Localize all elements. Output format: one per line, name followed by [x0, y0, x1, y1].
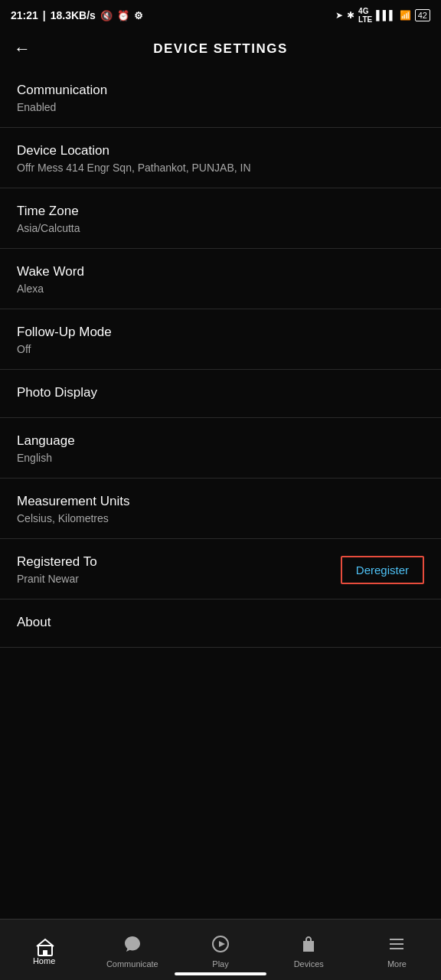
setting-item-time-zone[interactable]: Time Zone Asia/Calcutta	[0, 188, 441, 249]
setting-item-follow-up-mode[interactable]: Follow-Up Mode Off	[0, 309, 441, 370]
lte-icon: 4GLTE	[358, 7, 372, 24]
nav-label-play: Play	[212, 959, 228, 969]
setting-value-device-location: Offr Mess 414 Engr Sqn, Pathankot, PUNJA…	[17, 162, 424, 174]
nav-item-play[interactable]: Play	[176, 920, 264, 980]
status-bar: 21:21 | 18.3KB/s 🔇 ⏰ ⚙ ➤ ✱ 4GLTE ▌▌▌ 📶 4…	[0, 0, 441, 31]
nav-item-home[interactable]: Home	[0, 920, 88, 980]
status-left: 21:21 | 18.3KB/s 🔇 ⏰ ⚙	[11, 9, 143, 21]
setting-title-about: About	[17, 615, 424, 630]
nav-item-more[interactable]: More	[353, 920, 441, 980]
alarm-icon: ⏰	[117, 10, 129, 21]
setting-item-communication[interactable]: Communication Enabled	[0, 67, 441, 128]
setting-title-registered-to: Registered To	[17, 554, 97, 570]
setting-title-device-location: Device Location	[17, 143, 424, 158]
location-icon: ➤	[335, 10, 343, 21]
communicate-icon	[123, 935, 142, 956]
setting-item-photo-display[interactable]: Photo Display	[0, 370, 441, 418]
setting-title-time-zone: Time Zone	[17, 204, 424, 219]
setting-item-registered-to[interactable]: Registered To Pranit Newar Deregister	[0, 539, 441, 599]
nav-item-devices[interactable]: Devices	[265, 920, 353, 980]
deregister-button[interactable]: Deregister	[341, 556, 424, 584]
setting-title-wake-word: Wake Word	[17, 264, 424, 279]
separator: |	[43, 9, 46, 21]
setting-value-communication: Enabled	[17, 101, 424, 113]
setting-item-device-location[interactable]: Device Location Offr Mess 414 Engr Sqn, …	[0, 128, 441, 188]
back-button[interactable]: ←	[14, 39, 31, 59]
setting-title-measurement-units: Measurement Units	[17, 494, 424, 509]
play-icon	[211, 935, 230, 956]
setting-value-time-zone: Asia/Calcutta	[17, 222, 424, 234]
settings-list: Communication Enabled Device Location Of…	[0, 67, 441, 919]
nav-label-home: Home	[33, 956, 55, 965]
setting-value-registered-to: Pranit Newar	[17, 573, 97, 585]
bottom-nav: Home Communicate Play Devices	[0, 919, 441, 980]
page-title: DEVICE SETTINGS	[153, 41, 288, 57]
time: 21:21	[11, 9, 38, 21]
setting-title-language: Language	[17, 433, 424, 449]
setting-item-wake-word[interactable]: Wake Word Alexa	[0, 249, 441, 309]
signal-icon: ▌▌▌	[376, 10, 396, 21]
battery-icon: 42	[415, 9, 430, 21]
setting-value-follow-up-mode: Off	[17, 343, 424, 355]
setting-title-communication: Communication	[17, 83, 424, 98]
setting-value-language: English	[17, 452, 424, 464]
setting-title-follow-up-mode: Follow-Up Mode	[17, 325, 424, 340]
home-indicator	[175, 972, 266, 975]
network-speed: 18.3KB/s	[51, 9, 96, 21]
nav-label-communicate: Communicate	[106, 959, 158, 969]
setting-title-photo-display: Photo Display	[17, 385, 424, 400]
status-right: ➤ ✱ 4GLTE ▌▌▌ 📶 42	[335, 7, 430, 24]
more-icon	[387, 935, 406, 956]
mute-icon: 🔇	[100, 10, 113, 21]
nav-label-more: More	[387, 959, 407, 969]
svg-rect-1	[43, 950, 47, 956]
svg-marker-3	[219, 941, 225, 947]
setting-item-measurement-units[interactable]: Measurement Units Celsius, Kilometres	[0, 479, 441, 539]
devices-icon	[299, 935, 318, 956]
bluetooth-icon: ✱	[347, 10, 354, 21]
settings-icon: ⚙	[134, 10, 143, 21]
home-icon	[36, 938, 53, 953]
svg-point-4	[307, 944, 310, 947]
nav-label-devices: Devices	[294, 959, 324, 969]
setting-value-measurement-units: Celsius, Kilometres	[17, 512, 424, 524]
setting-value-wake-word: Alexa	[17, 283, 424, 295]
setting-item-about[interactable]: About	[0, 599, 441, 648]
nav-item-communicate[interactable]: Communicate	[88, 920, 176, 980]
page-header: ← DEVICE SETTINGS	[0, 31, 441, 67]
setting-item-language[interactable]: Language English	[0, 418, 441, 479]
wifi-icon: 📶	[400, 10, 411, 21]
